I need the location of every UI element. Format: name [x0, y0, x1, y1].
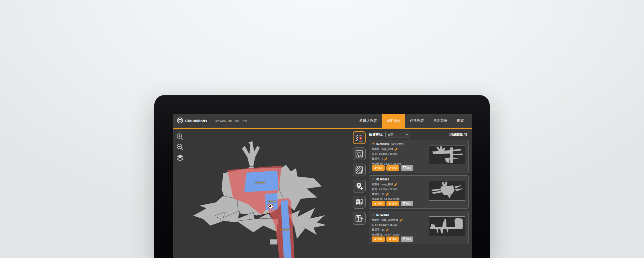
map-name-value: map_33层走廊 — [382, 218, 398, 222]
page-background: CloudMinds 欢迎BJDT2_Test 退出 全屏 机器人列表 地图操作… — [0, 0, 644, 258]
edit-icon — [389, 238, 391, 241]
map-thumbnail[interactable] — [429, 216, 465, 236]
map-name-value: map_33楼 — [382, 147, 393, 151]
map-size-label: 长宽: — [372, 223, 378, 227]
area-label: 80.215m² — [280, 228, 290, 231]
robot-icon — [269, 205, 271, 207]
brand-name: CloudMinds — [185, 119, 207, 123]
map-in-use-text: (12号使用中) — [391, 142, 404, 146]
panel-header: 快速查找: 全部 【地图数量:3】 — [369, 132, 469, 137]
filter-dropdown[interactable]: 全部 — [385, 132, 410, 137]
origin-label: 坐标原点: — [372, 198, 383, 201]
map-size-value: 23.200 × 22.900 — [379, 188, 397, 191]
filter-dropdown-value: 全部 — [388, 133, 393, 136]
tool-task-points-button[interactable] — [353, 131, 366, 144]
origin-value: 14.204, 5.952 — [384, 198, 399, 201]
map-card-list: ★ 51764845 (12号使用中) 地图名:map_33楼 长宽:25.40… — [369, 140, 469, 244]
favorite-star-icon[interactable]: ☆ — [372, 178, 375, 181]
origin-value: 12.874, 33.946 — [384, 162, 401, 165]
map-count-text: 【地图数量:3】 — [448, 132, 469, 137]
edit-icon[interactable] — [386, 193, 389, 196]
map-size-label: 长宽: — [372, 153, 378, 156]
favorite-star-icon[interactable]: ☆ — [372, 214, 375, 217]
map-card: ☆ 87749840 地图名:map_33层走廊 长宽:56.600 × 25.… — [369, 211, 469, 244]
map-id: 51764845 — [376, 142, 389, 145]
tool-map-upload-button[interactable] — [353, 212, 366, 225]
trash-icon — [403, 167, 405, 169]
map-card: ★ 51764845 (12号使用中) 地图名:map_33楼 长宽:25.40… — [369, 140, 469, 173]
area-label: 8.614m² — [268, 200, 276, 203]
quick-search-label: 快速查找: — [369, 132, 383, 137]
chevron-down-icon — [406, 134, 408, 135]
modify-button[interactable]: 修改 — [372, 201, 385, 206]
map-id: 87749840 — [376, 213, 389, 217]
zoom-out-button[interactable] — [176, 143, 184, 151]
modify-button[interactable]: 修改 — [372, 236, 385, 242]
edit-icon — [389, 203, 391, 205]
map-name-value: map_腿腿 — [382, 183, 393, 186]
trash-icon — [403, 203, 405, 205]
logout-link[interactable]: 退出 — [235, 120, 239, 123]
edit-icon[interactable] — [394, 148, 397, 151]
favorite-star-icon[interactable]: ★ — [372, 142, 375, 145]
welcome-text: 欢迎BJDT2_Test — [215, 120, 231, 123]
edit-icon — [374, 167, 377, 169]
copy-button[interactable]: 复制 — [386, 236, 399, 242]
delete-button[interactable]: 删除 — [401, 201, 413, 206]
laptop-frame: CloudMinds 欢迎BJDT2_Test 退出 全屏 机器人列表 地图操作… — [154, 95, 490, 258]
nav-tab-robot-list[interactable]: 机器人列表 — [355, 114, 382, 128]
delete-button[interactable]: 删除 — [401, 236, 413, 242]
floor-label: 楼层号: — [372, 192, 380, 196]
edit-icon[interactable] — [386, 228, 389, 231]
copy-button[interactable]: 复制 — [386, 165, 399, 171]
webcam-dot — [321, 102, 323, 103]
edit-icon — [389, 167, 391, 169]
modify-button[interactable]: 修改 — [372, 165, 385, 171]
brand[interactable]: CloudMinds — [177, 114, 207, 128]
origin-label: 坐标原点: — [372, 233, 383, 236]
navbar: CloudMinds 欢迎BJDT2_Test 退出 全屏 机器人列表 地图操作… — [173, 114, 472, 129]
tool-map-marker-button[interactable] — [353, 196, 366, 209]
floor-label: 楼层号: — [372, 228, 380, 231]
map-name-label: 地图名: — [372, 183, 380, 186]
map-card: ☆ 82186961 地图名:map_腿腿 长宽:23.200 × 22.900… — [369, 175, 469, 209]
map-name-label: 地图名: — [372, 218, 380, 222]
map-size-value: 56.600 × 25.100 — [379, 223, 397, 226]
floor-value: 33 — [382, 228, 384, 231]
content-area: 40.519m² 8.614m² 80.215m² — [173, 129, 472, 258]
map-thumbnail[interactable] — [429, 145, 465, 165]
tool-virtual-wall-add-button[interactable] — [353, 164, 366, 176]
floor-value: 33 — [382, 193, 384, 196]
floor-label: 楼层号: — [372, 157, 380, 161]
tool-add-point-button[interactable] — [353, 180, 366, 192]
nav-tab-config[interactable]: 配置 — [452, 114, 469, 128]
nav-tab-task-list[interactable]: 任务列表 — [405, 114, 429, 128]
edit-icon — [374, 203, 377, 205]
layers-button[interactable] — [176, 154, 184, 162]
map-size-value: 25.400 × 50.000 — [379, 153, 397, 156]
edit-icon — [374, 238, 377, 241]
nav-tab-map-operations[interactable]: 地图操作 — [382, 114, 405, 128]
cloudminds-logo-icon — [177, 117, 183, 125]
map-list-panel: 快速查找: 全部 【地图数量:3】 ★ 51764845 — [369, 129, 472, 258]
tool-select-region-button[interactable] — [353, 147, 366, 160]
map-zoom-controls — [176, 133, 184, 162]
session-bar: 欢迎BJDT2_Test 退出 全屏 — [215, 114, 247, 128]
robot-position-marker[interactable] — [268, 204, 273, 209]
edit-icon[interactable] — [399, 219, 402, 222]
edit-icon[interactable] — [384, 158, 387, 161]
map-id: 82186961 — [376, 178, 389, 181]
trash-icon — [403, 238, 405, 241]
floor-value: 1 — [382, 158, 383, 161]
nav-tab-log-system[interactable]: 日志系统 — [429, 114, 452, 128]
origin-value: 34.247, 8.533 — [384, 233, 399, 236]
delete-button[interactable]: 删除 — [401, 165, 413, 171]
map-name-label: 地图名: — [372, 147, 380, 151]
map-size-label: 长宽: — [372, 188, 378, 191]
copy-button[interactable]: 复制 — [386, 201, 399, 206]
edit-icon[interactable] — [394, 183, 397, 186]
zoom-in-button[interactable] — [176, 133, 184, 141]
map-thumbnail[interactable] — [429, 181, 465, 201]
fullscreen-link[interactable]: 全屏 — [243, 120, 247, 123]
app-window: CloudMinds 欢迎BJDT2_Test 退出 全屏 机器人列表 地图操作… — [173, 114, 472, 258]
